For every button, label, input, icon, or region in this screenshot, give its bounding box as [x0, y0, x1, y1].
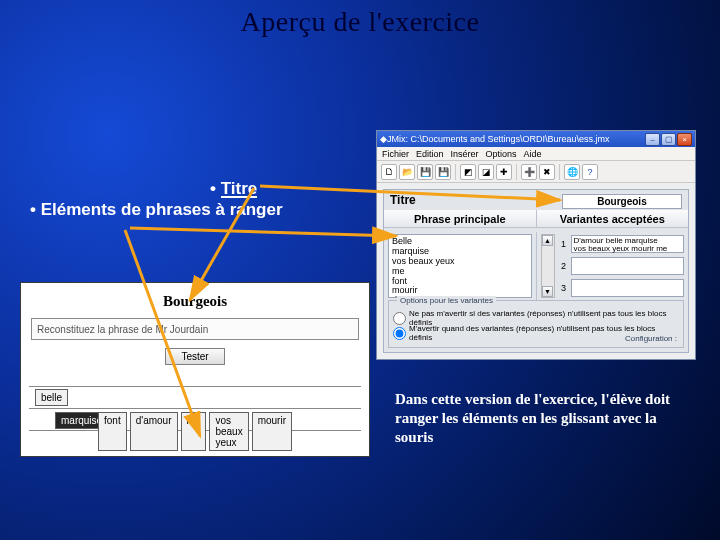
add-icon[interactable]: ➕	[521, 164, 537, 180]
exercise-preview: Bourgeois Reconstituez la phrase de Mr J…	[20, 282, 370, 457]
word-mourir[interactable]: mourir	[252, 412, 292, 451]
world-icon[interactable]: 🌐	[564, 164, 580, 180]
preview-title: Bourgeois	[21, 293, 369, 310]
menu-edition[interactable]: Edition	[416, 149, 444, 159]
drop-lines[interactable]: belle marquise ✥ font d'amour me vos bea…	[29, 386, 361, 454]
menu-bar: Fichier Edition Insérer Options Aide	[377, 147, 695, 161]
svg-line-2	[130, 228, 396, 236]
titre-input[interactable]	[562, 194, 682, 209]
del-icon[interactable]: ✖	[539, 164, 555, 180]
jmix-window: ◆ JMix: C:\Documents and Settings\ORDI\B…	[376, 130, 696, 360]
variant-row: 1 D'amour belle marquise vos beaux yeux …	[557, 234, 685, 254]
variant-number: 2	[557, 261, 571, 271]
options-legend: Options pour les variantes	[397, 296, 496, 305]
variant-number: 3	[557, 283, 571, 293]
word-damour[interactable]: d'amour	[130, 412, 178, 451]
bullet-elements: Eléments de phrases à ranger	[41, 200, 283, 219]
close-button[interactable]: ×	[677, 133, 692, 146]
slide-description: Dans cette version de l'exercice, l'élèv…	[395, 390, 695, 446]
variant-row: 2	[557, 256, 685, 276]
menu-aide[interactable]: Aide	[524, 149, 542, 159]
export1-icon[interactable]: ◩	[460, 164, 476, 180]
titre-label: Titre	[384, 193, 562, 207]
phrase-words-list[interactable]: Belle marquise vos beaux yeux me font mo…	[388, 234, 532, 298]
help-icon[interactable]: ?	[582, 164, 598, 180]
save-icon[interactable]: 💾	[417, 164, 433, 180]
window-titlebar[interactable]: ◆ JMix: C:\Documents and Settings\ORDI\B…	[377, 131, 695, 147]
variant-scrollbar[interactable]: ▲ ▼	[541, 234, 555, 298]
header-variantes: Variantes acceptées	[537, 210, 689, 227]
export2-icon[interactable]: ◪	[478, 164, 494, 180]
app-icon: ◆	[380, 134, 387, 144]
variant-row: 3	[557, 278, 685, 298]
variant-number: 1	[557, 239, 571, 249]
variant-options-group: Options pour les variantes Ne pas m'aver…	[388, 300, 684, 348]
window-title-text: JMix: C:\Documents and Settings\ORDI\Bur…	[387, 134, 644, 144]
maximize-button[interactable]: ▢	[661, 133, 676, 146]
word-me[interactable]: me	[181, 412, 207, 451]
option-warn-radio[interactable]	[393, 327, 406, 340]
variant-input-2[interactable]	[571, 257, 685, 275]
toolbar-separator	[455, 164, 456, 180]
toolbar-separator	[559, 164, 560, 180]
toolbar-separator	[516, 164, 517, 180]
option-no-warn-radio[interactable]	[393, 312, 406, 325]
scroll-down-icon[interactable]: ▼	[542, 286, 553, 297]
configuration-label: Configuration :	[625, 334, 677, 343]
minimize-button[interactable]: –	[645, 133, 660, 146]
bullet-titre: Titre	[221, 181, 258, 198]
tester-button[interactable]: Tester	[165, 348, 225, 365]
open-icon[interactable]: 📂	[399, 164, 415, 180]
new-icon[interactable]: 🗋	[381, 164, 397, 180]
word-font[interactable]: font	[98, 412, 127, 451]
header-phrase: Phrase principale	[384, 210, 537, 227]
menu-fichier[interactable]: Fichier	[382, 149, 409, 159]
variant-input-1[interactable]: D'amour belle marquise vos beaux yeux mo…	[571, 235, 685, 253]
toolbar: 🗋 📂 💾 💾 ◩ ◪ ✚ ➕ ✖ 🌐 ?	[377, 161, 695, 183]
scroll-up-icon[interactable]: ▲	[542, 235, 553, 246]
variant-input-3[interactable]	[571, 279, 685, 297]
menu-options[interactable]: Options	[486, 149, 517, 159]
menu-inserer[interactable]: Insérer	[451, 149, 479, 159]
editor-panel: Titre Phrase principale Variantes accept…	[383, 189, 689, 353]
export3-icon[interactable]: ✚	[496, 164, 512, 180]
word-vosbeauxyeux[interactable]: vos beaux yeux	[209, 412, 248, 451]
word-tray: font d'amour me vos beaux yeux mourir	[98, 412, 292, 451]
slide-title: Aperçu de l'exercice	[0, 0, 720, 38]
saveas-icon[interactable]: 💾	[435, 164, 451, 180]
bullet-list: • Titre • Eléments de phrases à ranger	[30, 178, 283, 221]
column-headers: Phrase principale Variantes acceptées	[384, 210, 688, 228]
word-belle[interactable]: belle	[35, 389, 68, 406]
preview-instruction: Reconstituez la phrase de Mr Jourdain	[31, 318, 359, 340]
